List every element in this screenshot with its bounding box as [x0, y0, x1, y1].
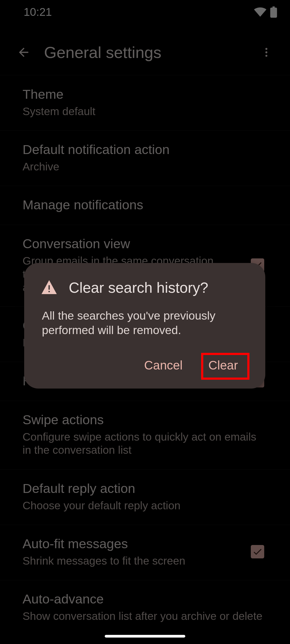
warning-icon [41, 280, 57, 295]
clear-button[interactable]: Clear [208, 358, 238, 372]
cancel-button[interactable]: Cancel [144, 358, 183, 372]
dialog-title: Clear search history? [69, 279, 208, 296]
svg-rect-4 [49, 291, 50, 292]
svg-rect-3 [49, 285, 50, 290]
dialog-body: All the searches you've previously perfo… [41, 309, 248, 338]
gesture-nav-pill[interactable] [105, 635, 185, 638]
clear-search-history-dialog: Clear search history? All the searches y… [24, 263, 265, 389]
